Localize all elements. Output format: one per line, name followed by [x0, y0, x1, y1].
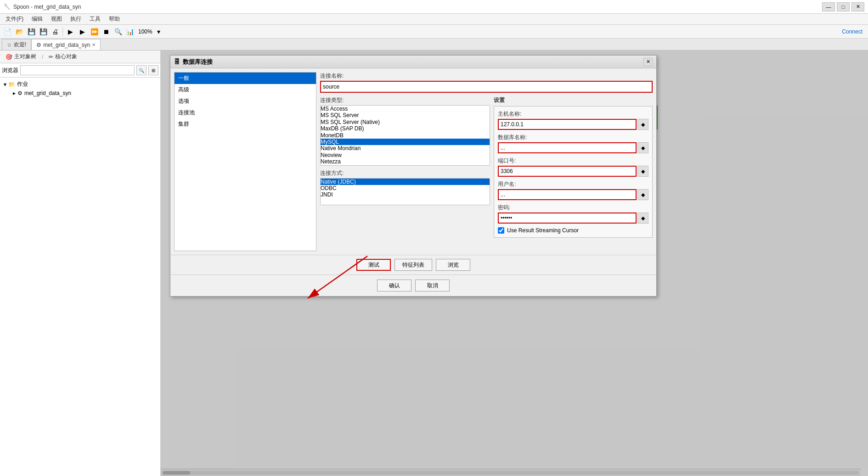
tab-close-icon[interactable]: ✕ — [92, 42, 96, 47]
user-label: 用户名: — [498, 180, 648, 188]
opt-native-mondrian[interactable]: Native Mondrian — [321, 145, 490, 151]
tree-job-expand-icon: ▸ — [13, 90, 16, 96]
conn-name-input[interactable] — [320, 81, 653, 93]
dialog-title-label: 数据库连接 — [183, 58, 213, 66]
streaming-cursor-checkbox[interactable] — [498, 227, 504, 234]
zoom-level: 100% — [138, 28, 152, 35]
left-menu-item-general[interactable]: 一般 — [175, 73, 316, 84]
tab-main[interactable]: ⚙ met_grid_data_syn ✕ — [31, 39, 101, 50]
step-button[interactable]: ⏩ — [89, 26, 100, 37]
tree-item-job[interactable]: ▸ ⚙ met_grid_data_syn — [11, 89, 158, 97]
opt-neoview[interactable]: Neoview — [321, 152, 490, 158]
opt-odbc[interactable]: ODBC — [321, 185, 490, 191]
left-menu-item-pool[interactable]: 连接池 — [175, 107, 316, 118]
dialog-right-panel: 连接名称: 连接类型: MS Access M — [320, 72, 653, 251]
conn-type-label: 连接类型: — [320, 96, 490, 104]
app-icon: 🥄 — [4, 4, 11, 10]
search-input[interactable] — [20, 65, 135, 75]
test-button[interactable]: 测试 — [356, 259, 391, 271]
conn-method-select[interactable]: Native (JDBC) ODBC JNDI — [320, 178, 490, 206]
db-input[interactable] — [498, 142, 637, 153]
title-bar-left: 🥄 Spoon - met_grid_data_syn — [4, 4, 81, 10]
menu-tools[interactable]: 工具 — [86, 14, 104, 24]
canvas[interactable]: ⚙ met_grid数据同步 ✓ ✓ ✓ ✓ ✓ 成功 🗄 — [161, 50, 868, 476]
sidebar-tab-main-label: 主对象树 — [14, 53, 36, 61]
opt-msaccess[interactable]: MS Access — [321, 106, 490, 112]
opt-netezza[interactable]: Netezza — [321, 158, 490, 165]
new-button[interactable]: 📄 — [2, 26, 13, 37]
opt-openerp[interactable]: OpenERP Server — [321, 165, 490, 166]
zoom-button[interactable]: 📊 — [124, 26, 135, 37]
opt-jndi[interactable]: JNDI — [321, 191, 490, 198]
menu-run[interactable]: 执行 — [67, 14, 85, 24]
left-menu-item-options[interactable]: 选项 — [175, 95, 316, 107]
conn-type-select[interactable]: MS Access MS SQL Server MS SQL Server (N… — [320, 105, 490, 166]
settings-box: 主机名称: ◆ 数据库名称: — [494, 106, 653, 238]
conn-main-cols: 连接类型: MS Access MS SQL Server MS SQL Ser… — [320, 96, 653, 238]
opt-mssql[interactable]: MS SQL Server — [321, 112, 490, 118]
sidebar-tab-main[interactable]: 🎯 主对象树 — [2, 52, 40, 62]
run-button[interactable]: ▶ — [65, 26, 76, 37]
port-input[interactable] — [498, 166, 637, 177]
cancel-button[interactable]: 取消 — [415, 280, 450, 291]
search-btn[interactable]: 🔍 — [136, 65, 147, 75]
open-button[interactable]: 📂 — [14, 26, 25, 37]
pwd-group: 密码: ◆ — [498, 204, 648, 224]
opt-native-jdbc[interactable]: Native (JDBC) — [321, 179, 490, 185]
browse-button[interactable]: 浏览 — [436, 259, 470, 271]
settings-title: 设置 — [494, 96, 653, 104]
zoom-dropdown[interactable]: ▾ — [153, 26, 164, 37]
run2-button[interactable]: ▶ — [77, 26, 88, 37]
preview-button[interactable]: 🔍 — [113, 26, 124, 37]
browser-label: 浏览器 — [2, 67, 18, 74]
user-input[interactable] — [498, 189, 637, 200]
tree-item-jobs[interactable]: ▾ 📁 作业 — [2, 79, 158, 89]
tree-job-icon: ⚙ — [17, 90, 23, 96]
host-input[interactable] — [498, 119, 637, 130]
expand-btn[interactable]: ⊞ — [148, 65, 158, 75]
save-as-button[interactable]: 💾 — [38, 26, 49, 37]
user-suffix-icon: ◆ — [637, 189, 648, 200]
tree-item-job-label: met_grid_data_syn — [24, 90, 71, 96]
confirm-button[interactable]: 确认 — [377, 280, 411, 291]
features-button[interactable]: 特征列表 — [395, 259, 432, 271]
opt-monetdb[interactable]: MonetDB — [321, 132, 490, 139]
menu-bar: 文件(F) 编辑 视图 执行 工具 帮助 — [0, 14, 868, 25]
sidebar-header: 🎯 主对象树 / ✏ 核心对象 — [0, 50, 160, 63]
left-menu-item-cluster[interactable]: 集群 — [175, 118, 316, 130]
left-menu-item-advanced[interactable]: 高级 — [175, 84, 316, 95]
menu-view[interactable]: 视图 — [47, 14, 66, 24]
opt-maxdb[interactable]: MaxDB (SAP DB) — [321, 125, 490, 132]
db-label: 数据库名称: — [498, 134, 648, 141]
tab-bar: ☆ 欢迎! ⚙ met_grid_data_syn ✕ — [0, 39, 868, 50]
user-input-row: ◆ — [498, 189, 648, 200]
dialog-close-button[interactable]: ✕ — [643, 58, 653, 66]
menu-edit[interactable]: 编辑 — [28, 14, 46, 24]
connect-label[interactable]: Connect — [842, 28, 866, 35]
toolbar: 📄 📂 💾 💾 🖨 ▶ ▶ ⏩ ⏹ 🔍 📊 100% ▾ Connect — [0, 25, 868, 39]
host-input-row: ◆ — [498, 119, 648, 130]
db-input-row: ◆ — [498, 142, 648, 153]
minimize-button[interactable]: — — [822, 2, 835, 11]
tab-welcome[interactable]: ☆ 欢迎! — [2, 39, 31, 50]
maximize-button[interactable]: □ — [837, 2, 850, 11]
opt-mysql[interactable]: MySQL — [321, 139, 490, 145]
welcome-tab-icon: ☆ — [7, 42, 12, 48]
save-button[interactable]: 💾 — [26, 26, 37, 37]
sidebar-tab-core[interactable]: ✏ 核心对象 — [45, 52, 81, 62]
stop-button[interactable]: ⏹ — [101, 26, 112, 37]
menu-file[interactable]: 文件(F) — [2, 14, 27, 24]
db-suffix-icon: ◆ — [637, 142, 648, 153]
pwd-suffix-icon: ◆ — [637, 213, 648, 224]
pwd-label: 密码: — [498, 204, 648, 212]
pwd-input-row: ◆ — [498, 213, 648, 224]
menu-help[interactable]: 帮助 — [105, 14, 124, 24]
conn-method-label: 连接方式: — [320, 169, 490, 177]
opt-mssql-native[interactable]: MS SQL Server (Native) — [321, 119, 490, 125]
conn-type-list-container: MS Access MS SQL Server MS SQL Server (N… — [320, 105, 490, 166]
close-button[interactable]: ✕ — [851, 2, 864, 11]
print-button[interactable]: 🖨 — [50, 26, 61, 37]
title-bar-controls: — □ ✕ — [822, 2, 864, 11]
main-layout: 🎯 主对象树 / ✏ 核心对象 浏览器 🔍 ⊞ ▾ 📁 作业 ▸ — [0, 50, 868, 476]
pwd-input[interactable] — [498, 213, 637, 224]
